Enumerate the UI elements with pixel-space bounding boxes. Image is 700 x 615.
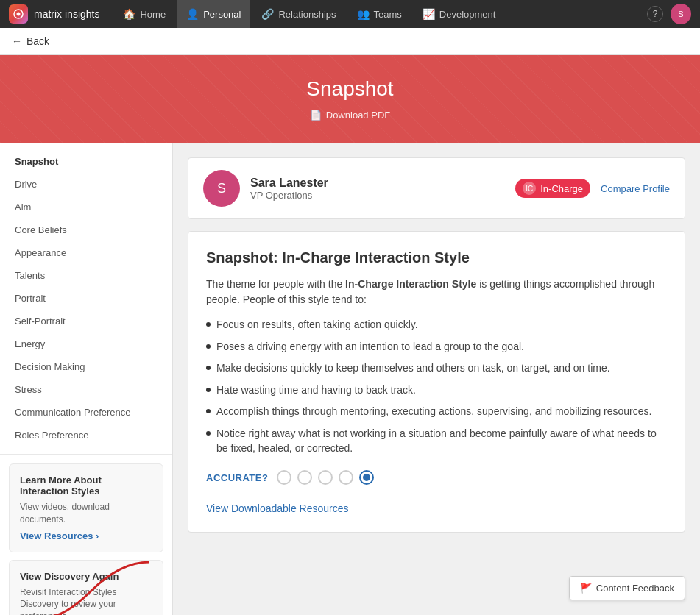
- bullet-text: Hate wasting time and having to back tra…: [216, 383, 416, 398]
- radio-inner: [363, 474, 370, 481]
- content-area: S Sara Lanester VP Operations IC In-Char…: [173, 143, 700, 615]
- discovery-title: View Discovery Again: [20, 571, 152, 582]
- bullet-item-3: Make decisions quickly to keep themselve…: [206, 361, 667, 376]
- badge-icon: IC: [523, 182, 536, 195]
- discovery-desc: Revisit Interaction Styles Discovery to …: [20, 586, 152, 615]
- radio-2[interactable]: [297, 470, 312, 485]
- sidebar-item-core-beliefs[interactable]: Core Beliefs: [0, 218, 172, 241]
- badge-label: In-Charge: [540, 183, 583, 194]
- nav-relationships-label: Relationships: [278, 9, 336, 20]
- nav-home-label: Home: [140, 9, 166, 20]
- compare-profile-link[interactable]: Compare Profile: [601, 183, 670, 194]
- nav-development[interactable]: 📈 Development: [414, 0, 505, 28]
- sidebar-decision-making-label: Decision Making: [15, 361, 85, 372]
- nav-right: ? S: [647, 4, 691, 24]
- bullet-text: Notice right away what is not working in…: [216, 427, 667, 455]
- bullet-dot: [206, 431, 211, 436]
- flag-icon: 🚩: [580, 583, 592, 594]
- sidebar-item-appearance[interactable]: Appearance: [0, 241, 172, 264]
- sidebar-divider: [0, 454, 172, 455]
- sidebar-energy-label: Energy: [15, 338, 45, 349]
- hero-title: Snapshot: [15, 77, 685, 101]
- nav-teams-label: Teams: [374, 9, 402, 20]
- radio-3[interactable]: [318, 470, 333, 485]
- view-resources-link[interactable]: View Downloadable Resources: [206, 502, 667, 514]
- svg-point-1: [17, 13, 21, 16]
- relationships-icon: 🔗: [261, 8, 274, 20]
- nav-personal[interactable]: 👤 Personal: [177, 0, 250, 28]
- intro-bold: In-Charge Interaction Style: [345, 278, 476, 290]
- help-button[interactable]: ?: [647, 6, 663, 22]
- sidebar-item-stress[interactable]: Stress: [0, 378, 172, 401]
- radio-4[interactable]: [339, 470, 353, 485]
- sidebar-item-aim[interactable]: Aim: [0, 196, 172, 218]
- discovery-section: View Discovery Again Revisit Interaction…: [9, 560, 163, 615]
- view-resources-link[interactable]: View Resources ›: [20, 530, 152, 541]
- back-bar: ← Back: [0, 28, 700, 55]
- sidebar-item-energy[interactable]: Energy: [0, 333, 172, 355]
- radio-5[interactable]: [359, 470, 374, 485]
- bullet-dot: [206, 409, 211, 413]
- sidebar-drive-label: Drive: [15, 179, 37, 190]
- main-layout: Snapshot Drive Aim Core Beliefs Appearan…: [0, 143, 700, 615]
- bullet-dot: [206, 322, 211, 327]
- snapshot-card: Snapshot: In-Charge Interaction Style Th…: [188, 231, 685, 533]
- sidebar-item-roles-pref[interactable]: Roles Preference: [0, 424, 172, 447]
- top-navigation: matrix insights 🏠 Home 👤 Personal 🔗 Rela…: [0, 0, 700, 28]
- bullet-text: Make decisions quickly to keep themselve…: [216, 361, 610, 376]
- nav-personal-label: Personal: [203, 9, 241, 20]
- nav-home[interactable]: 🏠 Home: [114, 0, 174, 28]
- profile-role: VP Operations: [250, 190, 505, 201]
- user-avatar[interactable]: S: [671, 4, 691, 24]
- bullet-item-1: Focus on results, often taking action qu…: [206, 318, 667, 333]
- sidebar-core-beliefs-label: Core Beliefs: [15, 224, 67, 235]
- bullet-dot: [206, 344, 211, 349]
- sidebar-item-self-portrait[interactable]: Self-Portrait: [0, 310, 172, 333]
- sidebar-appearance-label: Appearance: [15, 247, 66, 258]
- learn-more-section: Learn More About Interaction Styles View…: [9, 463, 163, 552]
- hero-banner: Snapshot 📄 Download PDF: [0, 55, 700, 143]
- pdf-icon: 📄: [310, 110, 322, 121]
- profile-name: Sara Lanester: [250, 177, 505, 190]
- sidebar-item-talents[interactable]: Talents: [0, 264, 172, 287]
- sidebar: Snapshot Drive Aim Core Beliefs Appearan…: [0, 143, 173, 615]
- bullet-dot: [206, 388, 211, 392]
- sidebar-item-portrait[interactable]: Portrait: [0, 287, 172, 310]
- radio-group: [277, 470, 374, 485]
- sidebar-stress-label: Stress: [15, 384, 42, 395]
- snapshot-heading: Snapshot: In-Charge Interaction Style: [206, 249, 667, 266]
- bullet-item-4: Hate wasting time and having to back tra…: [206, 383, 667, 398]
- content-feedback-label: Content Feedback: [596, 583, 674, 594]
- bullet-list: Focus on results, often taking action qu…: [206, 318, 667, 455]
- sidebar-aim-label: Aim: [15, 202, 31, 213]
- bullet-item-2: Poses a driving energy with an intention…: [206, 340, 667, 355]
- sidebar-communication-pref-label: Communication Preference: [15, 407, 131, 418]
- content-feedback-button[interactable]: 🚩 Content Feedback: [569, 576, 685, 600]
- home-icon: 🏠: [123, 8, 135, 20]
- learn-more-title: Learn More About Interaction Styles: [20, 474, 152, 497]
- brand-logo: [9, 4, 28, 24]
- download-pdf-button[interactable]: 📄 Download PDF: [15, 110, 685, 121]
- snapshot-intro: The theme for people with the In-Charge …: [206, 277, 667, 308]
- back-arrow-icon: ←: [12, 35, 22, 47]
- accuracy-label: ACCURATE?: [206, 472, 268, 483]
- sidebar-roles-pref-label: Roles Preference: [15, 430, 88, 441]
- sidebar-item-decision-making[interactable]: Decision Making: [0, 355, 172, 378]
- bullet-dot: [206, 366, 211, 370]
- sidebar-talents-label: Talents: [15, 270, 45, 281]
- sidebar-item-drive[interactable]: Drive: [0, 173, 172, 196]
- teams-icon: 👥: [357, 8, 370, 20]
- brand[interactable]: matrix insights: [9, 4, 99, 24]
- bullet-text: Poses a driving energy with an intention…: [216, 340, 524, 355]
- intro-part1: The theme for people with the: [206, 278, 345, 290]
- personal-icon: 👤: [186, 8, 199, 20]
- radio-1[interactable]: [277, 470, 291, 485]
- profile-info: Sara Lanester VP Operations: [250, 177, 505, 201]
- back-button[interactable]: ← Back: [12, 35, 49, 47]
- back-label: Back: [26, 35, 49, 47]
- brand-name: matrix insights: [34, 8, 99, 20]
- sidebar-item-snapshot[interactable]: Snapshot: [0, 150, 172, 173]
- nav-relationships[interactable]: 🔗 Relationships: [252, 0, 344, 28]
- sidebar-item-communication-pref[interactable]: Communication Preference: [0, 401, 172, 424]
- nav-teams[interactable]: 👥 Teams: [348, 0, 411, 28]
